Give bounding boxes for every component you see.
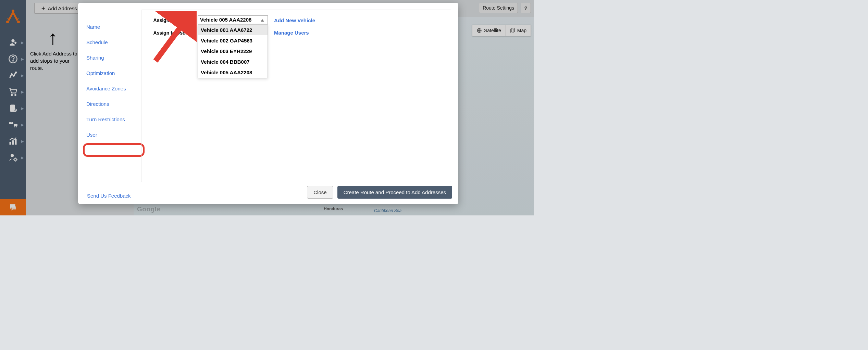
modal-nav-user[interactable]: User [83,127,129,142]
add-new-vehicle-link[interactable]: Add New Vehicle [274,17,315,23]
modal-nav-turn-restrictions[interactable]: Turn Restrictions [83,112,129,127]
assign-user-label: Assign to User: [147,30,189,36]
route-create-modal: Name Schedule Sharing Optimization Avoid… [78,3,458,204]
modal-nav-schedule[interactable]: Schedule [83,35,129,50]
assign-vehicle-select[interactable]: Vehicle 005 AAA2208 [198,15,268,25]
assign-vehicle-row: Assign Vehicle: ? Vehicle 005 AAA2208 Ve… [147,15,445,25]
vehicle-option[interactable]: Vehicle 002 GAP4563 [198,35,268,46]
field-help-icon[interactable]: ? [191,30,196,35]
modal-nav-directions[interactable]: Directions [83,96,129,112]
modal-footer: Close Create Route and Proceed to Add Ad… [307,186,452,199]
modal-side-nav: Name Schedule Sharing Optimization Avoid… [83,19,129,142]
vehicle-dropdown: Vehicle 001 AAA6722 Vehicle 002 GAP4563 … [198,24,268,78]
assign-vehicle-value: Vehicle 005 AAA2208 [200,17,251,23]
modal-nav-avoidance-zones[interactable]: Avoidance Zones [83,81,129,96]
modal-nav-name[interactable]: Name [83,19,129,35]
chevron-up-icon [261,19,264,22]
assign-vehicle-label: Assign Vehicle: [147,17,189,23]
create-route-button[interactable]: Create Route and Proceed to Add Addresse… [337,186,452,199]
annotation-highlight-box [83,143,145,157]
modal-nav-sharing[interactable]: Sharing [83,50,129,65]
vehicle-option[interactable]: Vehicle 005 AAA2208 [198,67,268,78]
assign-user-row: Assign to User: ? Manage Users [147,30,445,36]
modal-nav-optimization[interactable]: Optimization [83,65,129,81]
modal-user-panel: Assign Vehicle: ? Vehicle 005 AAA2208 Ve… [141,10,451,182]
send-feedback-link[interactable]: Send Us Feedback [87,193,131,199]
manage-users-link[interactable]: Manage Users [274,30,309,36]
field-help-icon[interactable]: ? [191,18,196,23]
assign-vehicle-select-wrap: Vehicle 005 AAA2208 Vehicle 001 AAA6722 … [198,15,268,25]
vehicle-option[interactable]: Vehicle 001 AAA6722 [198,25,268,35]
vehicle-option[interactable]: Vehicle 003 EYH2229 [198,46,268,57]
close-button[interactable]: Close [307,186,333,199]
vehicle-option[interactable]: Vehicle 004 BBB007 [198,57,268,67]
